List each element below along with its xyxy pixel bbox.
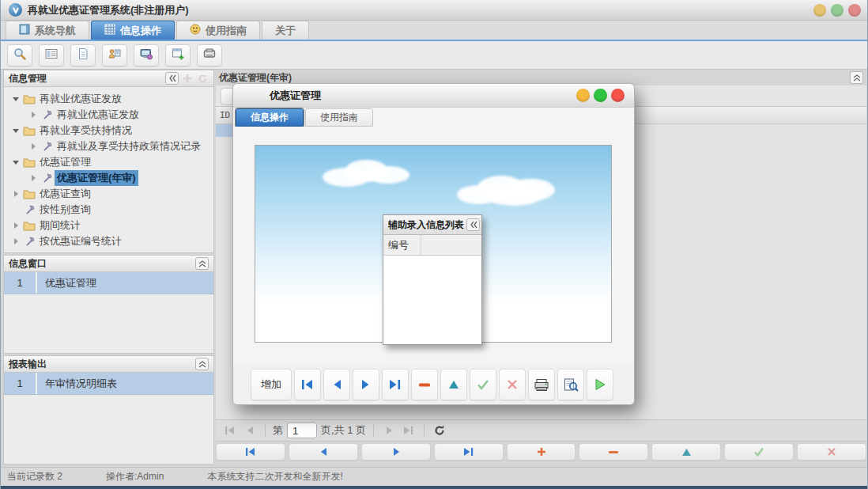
collapse-left-icon[interactable] [466, 218, 480, 231]
last-record-button[interactable] [382, 369, 409, 400]
first-record-button[interactable] [216, 443, 285, 461]
caret-right-icon[interactable] [10, 191, 21, 197]
caret-right-icon[interactable] [28, 175, 39, 181]
next-page-icon[interactable] [381, 423, 397, 438]
report-row[interactable]: 1 年审情况明细表 [4, 373, 213, 395]
caret-right-icon[interactable] [28, 143, 39, 150]
form-view-button[interactable] [39, 44, 64, 66]
next-record-button[interactable] [361, 443, 431, 461]
first-record-button[interactable] [294, 369, 321, 400]
dialog-tab-info-operation[interactable]: 信息操作 [236, 108, 304, 127]
dialog-close-button[interactable] [611, 89, 625, 102]
tree-item[interactable]: 优惠证管理 [4, 154, 213, 170]
app-logo-icon [9, 3, 22, 17]
dialog-tab-user-guide[interactable]: 使用指南 [305, 108, 373, 127]
dialog-minimize-button[interactable] [576, 89, 590, 102]
tool-icon [21, 236, 37, 247]
run-button[interactable] [587, 369, 613, 400]
caret-right-icon[interactable] [28, 112, 39, 118]
aux-panel-header: 辅助录入信息列表 [383, 215, 481, 235]
tree-item[interactable]: 按优惠证编号统计 [4, 233, 213, 249]
aux-grid-body [383, 256, 481, 344]
delete-record-button[interactable] [579, 443, 648, 461]
tree-item[interactable]: 再就业享受扶持情况 [4, 123, 213, 138]
user-report-button[interactable] [102, 44, 127, 66]
maximize-button[interactable] [831, 4, 843, 17]
navigation-tree: 再就业优惠证发放 再就业优惠证发放 再就业享受扶持情况 再就业及享受扶持政策情况… [4, 87, 213, 249]
edit-record-button[interactable] [440, 369, 467, 400]
last-record-button[interactable] [434, 443, 504, 461]
delete-record-button[interactable] [411, 369, 438, 400]
tree-item[interactable]: 再就业优惠证发放 [4, 107, 213, 123]
caret-down-icon[interactable] [10, 161, 21, 165]
insert-record-button[interactable] [507, 443, 576, 461]
collapse-up-icon[interactable] [850, 71, 863, 84]
refresh-icon[interactable] [196, 72, 209, 85]
search-button[interactable] [7, 44, 32, 66]
dialog-titlebar: 优惠证管理 [233, 84, 634, 108]
grid-column-id[interactable]: ID [216, 110, 230, 120]
caret-right-icon[interactable] [10, 238, 21, 244]
app-toolbar [1, 41, 868, 70]
window-add-button[interactable] [165, 44, 191, 66]
next-record-button[interactable] [353, 369, 379, 400]
tree-item[interactable]: 期间统计 [4, 218, 213, 233]
console-button[interactable] [197, 44, 222, 66]
info-window-header: 信息窗口 [4, 256, 213, 272]
close-button[interactable] [848, 4, 861, 17]
monitor-button[interactable] [134, 44, 159, 66]
prev-record-button[interactable] [289, 443, 358, 461]
tree-item[interactable]: 再就业优惠证发放 [4, 91, 213, 107]
tree-item[interactable]: 按性别查询 [4, 202, 213, 218]
cancel-record-button[interactable] [499, 369, 526, 400]
grid-icon [104, 24, 115, 37]
info-window-row[interactable]: 1 优惠证管理 [4, 272, 213, 294]
page-number-input[interactable] [287, 423, 317, 438]
document-button[interactable] [70, 44, 96, 66]
tree-item[interactable]: 优惠证查询 [4, 186, 213, 202]
monitor-icon [19, 24, 30, 37]
record-count-text: 当前记录数 2 [7, 470, 62, 483]
minimize-button[interactable] [813, 4, 826, 17]
add-icon[interactable] [181, 72, 194, 85]
first-page-icon[interactable] [222, 423, 238, 438]
main-panel-title: 优惠证管理(年审) [219, 71, 292, 85]
tool-icon [21, 204, 37, 215]
edit-record-button[interactable] [651, 443, 721, 461]
tree-item-selected[interactable]: 优惠证管理(年审) [4, 170, 213, 186]
caret-right-icon[interactable] [10, 222, 21, 229]
prev-page-icon[interactable] [242, 423, 258, 438]
refresh-icon[interactable] [432, 423, 447, 438]
tab-info-operation[interactable]: 信息操作 [91, 21, 175, 40]
caret-down-icon[interactable] [10, 129, 21, 133]
caret-down-icon[interactable] [10, 97, 21, 101]
collapse-left-icon[interactable] [165, 72, 179, 85]
dialog-content: 辅助录入信息列表 编号 [233, 127, 634, 366]
print-button[interactable] [528, 369, 555, 400]
aux-input-list-panel: 辅助录入信息列表 编号 [383, 214, 482, 345]
grid-selected-row[interactable] [216, 124, 232, 137]
collapse-up-icon[interactable] [195, 257, 209, 270]
tab-about[interactable]: 关于 [262, 21, 309, 40]
dialog-maximize-button[interactable] [594, 89, 607, 102]
folder-icon [21, 189, 37, 199]
status-message: 本系统支持二次开发和全新开发! [207, 470, 342, 483]
add-button[interactable]: 增加 [251, 369, 292, 400]
tool-icon [39, 172, 55, 184]
tool-icon [39, 109, 55, 120]
tree-item[interactable]: 再就业及享受扶持政策情况记录 [4, 138, 213, 154]
cancel-record-button[interactable] [797, 443, 866, 461]
aux-column-number[interactable]: 编号 [383, 235, 421, 255]
aux-grid-header: 编号 [383, 235, 481, 256]
tab-system-nav[interactable]: 系统导航 [6, 21, 89, 40]
form-view-icon [45, 47, 58, 63]
prev-record-button[interactable] [323, 369, 350, 400]
dialog-tabstrip: 信息操作 使用指南 [233, 108, 634, 127]
collapse-up-icon[interactable] [195, 358, 209, 370]
post-record-button[interactable] [470, 369, 496, 400]
post-record-button[interactable] [724, 443, 794, 461]
user-report-icon [108, 47, 121, 63]
last-page-icon[interactable] [401, 423, 417, 438]
print-preview-button[interactable] [557, 369, 584, 400]
tab-user-guide[interactable]: 使用指南 [176, 21, 260, 40]
